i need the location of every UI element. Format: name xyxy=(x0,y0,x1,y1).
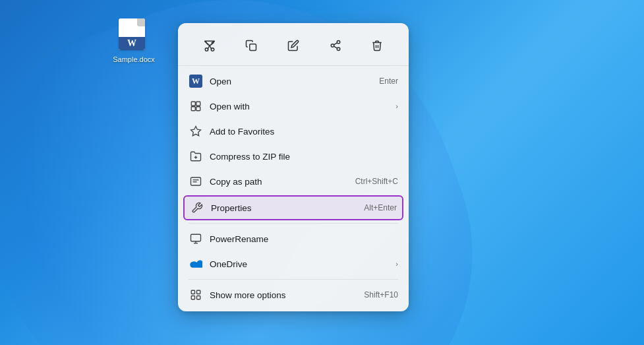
file-icon-label: Sample.docx xyxy=(113,55,155,63)
svg-rect-3 xyxy=(250,44,256,51)
menu-label-compress-zip: Compress to ZIP file xyxy=(210,152,398,162)
svg-point-4 xyxy=(337,41,340,44)
svg-rect-19 xyxy=(191,234,201,241)
menu-shortcut-properties: Alt+Enter xyxy=(364,203,397,212)
menu-item-add-favorites[interactable]: Add to Favorites xyxy=(178,119,409,144)
wrench-icon xyxy=(190,201,204,215)
svg-rect-11 xyxy=(191,107,195,111)
svg-rect-23 xyxy=(197,290,200,294)
menu-item-show-more[interactable]: Show more options Shift+F10 xyxy=(178,282,409,307)
chevron-open-with: › xyxy=(395,102,398,110)
menu-shortcut-show-more: Shift+F10 xyxy=(364,290,398,299)
svg-rect-10 xyxy=(196,102,200,106)
menu-item-copy-path[interactable]: Copy as path Ctrl+Shift+C xyxy=(178,169,409,194)
menu-item-properties[interactable]: Properties Alt+Enter xyxy=(183,195,403,220)
powerrename-icon xyxy=(189,232,203,246)
menu-item-powerrename[interactable]: PowerRename xyxy=(178,226,409,251)
svg-rect-16 xyxy=(191,177,201,185)
context-menu-toolbar xyxy=(178,27,409,66)
svg-point-5 xyxy=(331,44,334,47)
menu-separator-1 xyxy=(189,223,398,224)
zip-icon xyxy=(189,149,203,164)
menu-label-open-with: Open with xyxy=(210,102,390,111)
menu-label-properties: Properties xyxy=(211,203,353,213)
menu-label-open: Open xyxy=(210,77,368,86)
svg-rect-22 xyxy=(191,290,194,294)
svg-rect-9 xyxy=(191,102,195,106)
menu-item-open[interactable]: W Open Enter xyxy=(178,69,409,94)
menu-separator-2 xyxy=(189,279,398,280)
more-options-icon xyxy=(189,288,203,302)
menu-label-onedrive: OneDrive xyxy=(210,259,390,269)
menu-label-add-favorites: Add to Favorites xyxy=(210,127,398,137)
path-icon xyxy=(189,174,203,189)
menu-item-compress-zip[interactable]: Compress to ZIP file xyxy=(178,144,409,169)
menu-item-onedrive[interactable]: OneDrive › xyxy=(178,251,409,276)
svg-rect-25 xyxy=(197,296,200,299)
menu-item-open-with[interactable]: Open with › xyxy=(178,94,409,119)
cut-button[interactable] xyxy=(196,32,223,59)
menu-label-show-more: Show more options xyxy=(210,290,353,300)
word-icon: W xyxy=(189,74,203,88)
chevron-onedrive: › xyxy=(395,260,398,268)
menu-label-copy-path: Copy as path xyxy=(210,177,345,187)
svg-line-7 xyxy=(334,46,337,48)
file-icon-graphic: W xyxy=(119,18,149,53)
copy-button[interactable] xyxy=(238,32,264,59)
delete-button[interactable] xyxy=(364,32,390,59)
open-with-icon xyxy=(189,99,203,113)
menu-label-powerrename: PowerRename xyxy=(210,234,398,244)
svg-point-6 xyxy=(337,47,340,51)
menu-shortcut-open: Enter xyxy=(379,77,398,86)
svg-marker-13 xyxy=(191,127,201,136)
desktop-file-icon[interactable]: W Sample.docx xyxy=(111,18,157,63)
context-menu: W Open Enter Open with › Add to Favorite… xyxy=(178,23,409,311)
star-icon xyxy=(189,124,203,139)
svg-rect-24 xyxy=(191,296,194,299)
share-button[interactable] xyxy=(322,32,349,59)
rename-button[interactable] xyxy=(280,32,307,59)
svg-rect-12 xyxy=(196,107,200,111)
menu-shortcut-copy-path: Ctrl+Shift+C xyxy=(355,177,398,186)
svg-line-8 xyxy=(334,43,337,45)
onedrive-icon xyxy=(189,257,203,271)
